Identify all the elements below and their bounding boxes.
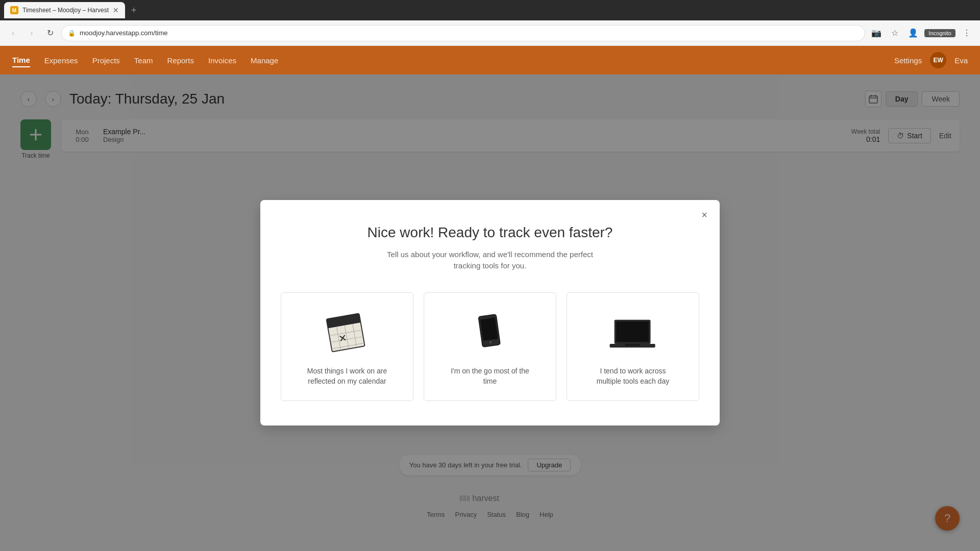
nav-item-manage[interactable]: Manage xyxy=(251,54,278,67)
tab-title: Timesheet – Moodjoy – Harvest xyxy=(22,7,109,14)
tab-favicon: M xyxy=(10,6,18,14)
nav-item-invoices[interactable]: Invoices xyxy=(208,54,236,67)
profile-icon[interactable]: 👤 xyxy=(906,26,920,40)
mobile-option-text: I'm on the go most of thetime xyxy=(451,366,529,386)
nav-right: Settings EW Eva xyxy=(894,52,968,68)
nav-item-reports[interactable]: Reports xyxy=(167,54,194,67)
svg-rect-24 xyxy=(625,344,640,346)
modal-dialog: × Nice work! Ready to track even faster?… xyxy=(260,200,720,425)
modal-option-laptop[interactable]: I tend to work acrossmultiple tools each… xyxy=(567,292,699,401)
mobile-option-icon xyxy=(464,313,516,354)
bookmark-icon[interactable]: ☆ xyxy=(888,26,902,40)
user-name[interactable]: Eva xyxy=(954,56,968,65)
main-content: ‹ › Today: Thursday, 25 Jan Day Week xyxy=(0,74,980,551)
modal-title: Nice work! Ready to track even faster? xyxy=(281,224,699,241)
browser-nav: ‹ › ↻ 🔒 moodjoy.harvestapp.com/time 📷 ☆ … xyxy=(0,20,980,46)
laptop-option-text: I tend to work acrossmultiple tools each… xyxy=(597,366,669,386)
modal-option-mobile[interactable]: I'm on the go most of thetime xyxy=(424,292,556,401)
modal-options: Most things I work on arereflected on my… xyxy=(281,292,699,401)
camera-off-icon[interactable]: 📷 xyxy=(869,26,884,40)
modal-overlay[interactable]: × Nice work! Ready to track even faster?… xyxy=(0,74,980,551)
modal-subtitle: Tell us about your workflow, and we'll r… xyxy=(281,249,699,272)
svg-rect-22 xyxy=(616,321,649,342)
url-text: moodjoy.harvestapp.com/time xyxy=(80,29,859,37)
nav-links: Time Expenses Projects Team Reports Invo… xyxy=(12,52,968,68)
calendar-option-icon xyxy=(322,313,373,354)
tab-close-button[interactable]: ✕ xyxy=(113,6,119,14)
nav-item-time[interactable]: Time xyxy=(12,54,30,67)
modal-close-button[interactable]: × xyxy=(697,208,712,222)
menu-icon[interactable]: ⋮ xyxy=(960,26,974,40)
incognito-badge: Incognito xyxy=(924,29,955,37)
back-button[interactable]: ‹ xyxy=(6,26,20,40)
nav-right-controls: 📷 ☆ 👤 Incognito ⋮ xyxy=(869,26,974,40)
browser-chrome: M Timesheet – Moodjoy – Harvest ✕ + ‹ › … xyxy=(0,0,980,46)
active-tab[interactable]: M Timesheet – Moodjoy – Harvest ✕ xyxy=(4,2,125,18)
calendar-option-text: Most things I work on arereflected on my… xyxy=(307,366,387,386)
modal-option-calendar[interactable]: Most things I work on arereflected on my… xyxy=(281,292,413,401)
lock-icon: 🔒 xyxy=(68,30,76,37)
nav-item-expenses[interactable]: Expenses xyxy=(44,54,78,67)
address-bar[interactable]: 🔒 moodjoy.harvestapp.com/time xyxy=(61,25,865,41)
laptop-option-icon xyxy=(607,313,658,354)
forward-button[interactable]: › xyxy=(24,26,39,40)
top-navigation: Time Expenses Projects Team Reports Invo… xyxy=(0,46,980,74)
reload-button[interactable]: ↻ xyxy=(43,26,57,40)
user-avatar[interactable]: EW xyxy=(930,52,946,68)
nav-item-projects[interactable]: Projects xyxy=(92,54,120,67)
nav-item-team[interactable]: Team xyxy=(134,54,153,67)
settings-link[interactable]: Settings xyxy=(894,56,922,65)
browser-tabs: M Timesheet – Moodjoy – Harvest ✕ + xyxy=(0,0,980,20)
svg-rect-19 xyxy=(480,317,498,341)
new-tab-button[interactable]: + xyxy=(131,5,137,16)
app-container: Time Expenses Projects Team Reports Invo… xyxy=(0,46,980,551)
